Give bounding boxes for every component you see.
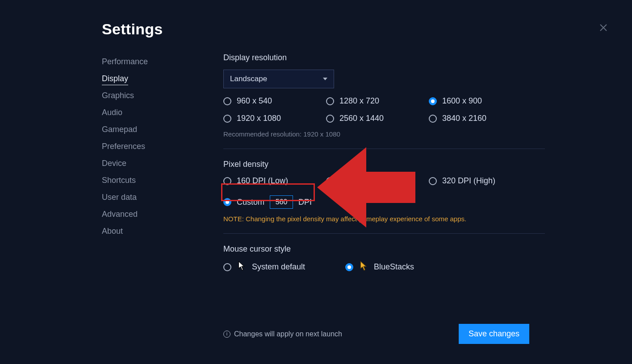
dpi-option-160[interactable]: 160 DPI (Low): [223, 176, 326, 186]
radio-icon: [223, 115, 231, 123]
sidebar-item-gamepad[interactable]: Gamepad: [102, 121, 191, 138]
radio-icon: [326, 177, 334, 185]
radio-icon: [223, 198, 231, 206]
dpi-custom-input[interactable]: [270, 195, 293, 209]
settings-content: Display resolution Landscape 960 x 540 1…: [223, 53, 545, 294]
section-mouse-cursor: Mouse cursor style System default: [223, 244, 545, 284]
dpi-label: 320 DPI (High): [442, 176, 495, 186]
resolution-option-960x540[interactable]: 960 x 540: [223, 96, 326, 106]
pixel-density-note: NOTE: Changing the pixel density may aff…: [223, 215, 545, 223]
info-icon: i: [223, 331, 230, 338]
dpi-suffix: DPI: [298, 198, 312, 207]
dpi-option-320[interactable]: 320 DPI (High): [429, 176, 532, 186]
cursor-option-bluestacks[interactable]: BlueStacks: [345, 261, 414, 273]
orientation-selected-value: Landscape: [230, 74, 267, 83]
resolution-option-1280x720[interactable]: 1280 x 720: [326, 96, 429, 106]
settings-sidebar: Performance Display Graphics Audio Gamep…: [102, 53, 191, 294]
sidebar-item-audio[interactable]: Audio: [102, 104, 191, 121]
sidebar-item-shortcuts[interactable]: Shortcuts: [102, 172, 191, 189]
sidebar-item-advanced[interactable]: Advanced: [102, 206, 191, 223]
radio-icon: [223, 97, 231, 105]
save-changes-button[interactable]: Save changes: [459, 324, 529, 344]
sidebar-item-performance[interactable]: Performance: [102, 53, 191, 70]
dpi-label: 240 DPI (Medium): [339, 176, 405, 186]
radio-icon: [326, 115, 334, 123]
display-resolution-heading: Display resolution: [223, 53, 545, 62]
resolution-label: 1280 x 720: [339, 96, 379, 106]
page-title: Settings: [102, 21, 632, 38]
radio-icon: [345, 263, 353, 271]
resolution-option-1600x900[interactable]: 1600 x 900: [429, 96, 532, 106]
cursor-label: System default: [252, 262, 305, 272]
system-cursor-icon: [238, 261, 246, 273]
sidebar-item-user-data[interactable]: User data: [102, 189, 191, 206]
radio-icon: [223, 177, 231, 185]
radio-icon: [326, 97, 334, 105]
mouse-cursor-heading: Mouse cursor style: [223, 244, 545, 254]
section-display-resolution: Display resolution Landscape 960 x 540 1…: [223, 53, 545, 149]
sidebar-item-device[interactable]: Device: [102, 155, 191, 172]
resolution-option-3840x2160[interactable]: 3840 x 2160: [429, 114, 532, 123]
sidebar-item-graphics[interactable]: Graphics: [102, 87, 191, 104]
recommended-resolution-text: Recommended resolution: 1920 x 1080: [223, 130, 545, 138]
close-icon[interactable]: [598, 22, 609, 33]
resolution-option-2560x1440[interactable]: 2560 x 1440: [326, 114, 429, 123]
sidebar-item-preferences[interactable]: Preferences: [102, 138, 191, 155]
dpi-option-240[interactable]: 240 DPI (Medium): [326, 176, 429, 186]
sidebar-item-display[interactable]: Display: [102, 70, 191, 87]
sidebar-item-about[interactable]: About: [102, 223, 191, 240]
dpi-custom-label: Custom: [237, 198, 264, 207]
radio-icon: [429, 115, 437, 123]
resolution-label: 1600 x 900: [442, 96, 482, 106]
resolution-label: 2560 x 1440: [339, 114, 384, 123]
resolution-option-1920x1080[interactable]: 1920 x 1080: [223, 114, 326, 123]
footer-notice: Changes will apply on next launch: [234, 330, 342, 338]
radio-icon: [429, 177, 437, 185]
resolution-label: 3840 x 2160: [442, 114, 486, 123]
radio-icon: [429, 97, 437, 105]
radio-icon: [223, 263, 231, 271]
orientation-select[interactable]: Landscape: [223, 70, 334, 88]
cursor-label: BlueStacks: [374, 262, 414, 272]
section-pixel-density: Pixel density 160 DPI (Low) 240 DPI (Med…: [223, 160, 545, 234]
footer-bar: i Changes will apply on next launch Save…: [223, 324, 529, 344]
resolution-label: 1920 x 1080: [237, 114, 281, 123]
resolution-label: 960 x 540: [237, 96, 272, 106]
cursor-option-system-default[interactable]: System default: [223, 261, 305, 273]
bluestacks-cursor-icon: [360, 261, 368, 273]
dpi-option-custom[interactable]: Custom DPI: [223, 195, 532, 209]
pixel-density-heading: Pixel density: [223, 160, 545, 169]
chevron-down-icon: [323, 78, 327, 80]
dpi-label: 160 DPI (Low): [237, 176, 288, 186]
